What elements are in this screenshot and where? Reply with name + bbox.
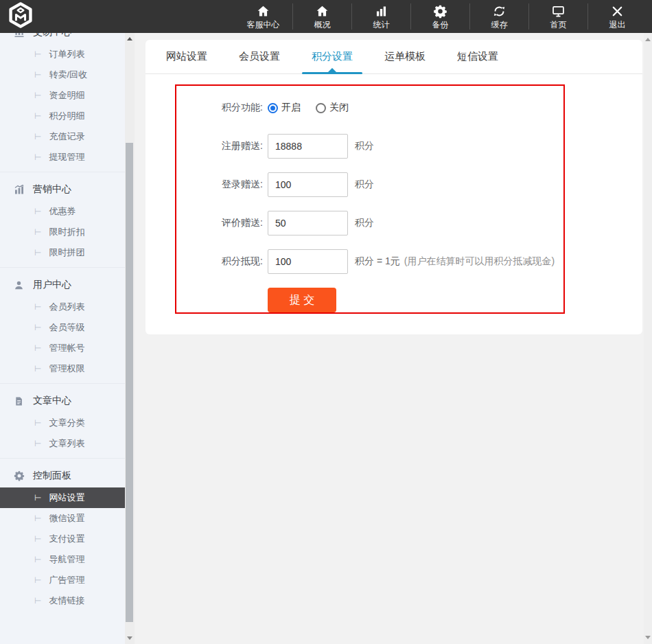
home-icon xyxy=(315,3,329,19)
radio-unchecked-icon xyxy=(316,103,326,113)
sidebar-section-article-header[interactable]: 文章中心 xyxy=(0,389,125,413)
field-note: (用户在结算时可以用积分抵减现金) xyxy=(404,255,555,268)
field-label: 积分功能: xyxy=(213,102,263,114)
points-enable-row: 积分功能: 开启 关闭 xyxy=(213,95,563,120)
sidebar-section-trade-header[interactable]: 交易中心 xyxy=(0,33,125,44)
branch-tick-icon: ⊢ xyxy=(34,152,41,162)
sidebar-item-member-list[interactable]: ⊢会员列表 xyxy=(0,297,125,317)
sidebar-section-marketing-header[interactable]: 营销中心 xyxy=(0,178,125,201)
topnav-service-center[interactable]: 客服中心 xyxy=(234,0,292,33)
sidebar-section-article: 文章中心 ⊢文章分类 ⊢文章列表 xyxy=(0,383,125,458)
sidebar-item-wechat-settings[interactable]: ⊢微信设置 xyxy=(0,508,125,529)
topnav-stats[interactable]: 统计 xyxy=(352,0,410,33)
topnav-home[interactable]: 首页 xyxy=(529,0,587,33)
topnav-label: 概况 xyxy=(314,20,331,30)
sidebar-item-article-list[interactable]: ⊢文章列表 xyxy=(0,433,125,454)
branch-tick-icon: ⊢ xyxy=(34,514,41,523)
bar-chart-icon xyxy=(374,3,388,19)
sidebar-scrollbar-thumb[interactable] xyxy=(126,143,133,622)
points-enable-radio-off[interactable]: 关闭 xyxy=(316,102,349,114)
topnav-logout[interactable]: 退出 xyxy=(588,0,647,33)
sidebar-section-title: 文章中心 xyxy=(33,395,71,407)
branch-tick-icon: ⊢ xyxy=(34,493,41,503)
submit-button[interactable]: 提 交 xyxy=(268,288,336,312)
branch-tick-icon: ⊢ xyxy=(34,343,41,353)
sidebar-item-member-level[interactable]: ⊢会员等级 xyxy=(0,317,125,338)
field-suffix: 积分 = 1元 xyxy=(355,255,400,268)
sidebar-item-fund-detail[interactable]: ⊢资金明细 xyxy=(0,85,125,106)
sidebar-item-ad-manage[interactable]: ⊢广告管理 xyxy=(0,570,125,590)
app-logo[interactable] xyxy=(0,0,48,33)
sidebar-item-recharge-records[interactable]: ⊢充值记录 xyxy=(0,126,125,147)
scroll-up-arrow-icon[interactable] xyxy=(645,38,651,41)
branch-tick-icon: ⊢ xyxy=(34,227,41,237)
login-gift-input[interactable] xyxy=(268,172,348,197)
branch-tick-icon: ⊢ xyxy=(34,248,41,257)
monitor-icon xyxy=(551,3,566,19)
points-settings-form: 积分功能: 开启 关闭 注册赠送: 积分 登录赠送: 积分 xyxy=(175,84,565,314)
topnav-overview[interactable]: 概况 xyxy=(293,0,351,33)
sidebar-item-flash-discount[interactable]: ⊢限时折扣 xyxy=(0,222,125,242)
branch-tick-icon: ⊢ xyxy=(34,555,41,564)
radio-checked-icon xyxy=(268,103,278,113)
sidebar-item-label: 广告管理 xyxy=(49,574,84,586)
sidebar-item-label: 会员等级 xyxy=(49,321,84,334)
sidebar-item-nav-manage[interactable]: ⊢导航管理 xyxy=(0,549,125,570)
gear-icon xyxy=(433,3,447,19)
bank-icon xyxy=(13,33,25,38)
sidebar-item-friend-links[interactable]: ⊢友情链接 xyxy=(0,590,125,611)
branch-tick-icon: ⊢ xyxy=(34,596,41,606)
sidebar-item-withdraw-manage[interactable]: ⊢提现管理 xyxy=(0,147,125,168)
branch-tick-icon: ⊢ xyxy=(34,418,41,428)
tab-member-settings[interactable]: 会员设置 xyxy=(229,40,290,73)
register-gift-input[interactable] xyxy=(268,134,348,159)
sidebar-item-article-category[interactable]: ⊢文章分类 xyxy=(0,413,125,433)
points-deduction-input[interactable] xyxy=(268,249,348,274)
tab-sms-settings[interactable]: 短信设置 xyxy=(447,40,508,73)
review-gift-input[interactable] xyxy=(268,211,348,235)
field-suffix: 积分 xyxy=(355,179,374,191)
page-scrollbar[interactable] xyxy=(644,33,652,644)
branch-tick-icon: ⊢ xyxy=(34,302,41,312)
sidebar-item-label: 会员列表 xyxy=(49,301,84,313)
sidebar-item-label: 限时折扣 xyxy=(49,226,84,238)
topnav-label: 退出 xyxy=(609,20,626,30)
points-enable-radio-on[interactable]: 开启 xyxy=(268,102,301,114)
topnav-label: 首页 xyxy=(550,20,567,30)
chart-up-icon xyxy=(13,184,25,196)
tab-waybill-template[interactable]: 运单模板 xyxy=(375,40,435,73)
sidebar-item-resell-recycle[interactable]: ⊢转卖/回收 xyxy=(0,65,125,85)
sidebar-item-admin-accounts[interactable]: ⊢管理帐号 xyxy=(0,338,125,358)
branch-tick-icon: ⊢ xyxy=(34,91,41,100)
scroll-down-arrow-icon[interactable] xyxy=(645,636,651,639)
tab-label: 会员设置 xyxy=(239,50,280,63)
scroll-up-arrow-icon[interactable] xyxy=(127,37,132,41)
sidebar-section-title: 用户中心 xyxy=(33,279,71,291)
sidebar-item-admin-permissions[interactable]: ⊢管理权限 xyxy=(0,358,125,379)
sidebar-item-payment-settings[interactable]: ⊢支付设置 xyxy=(0,529,125,549)
sidebar-section-user-header[interactable]: 用户中心 xyxy=(0,273,125,297)
topnav-cache[interactable]: 缓存 xyxy=(470,0,528,33)
sidebar-item-label: 友情链接 xyxy=(49,595,84,607)
topnav-label: 缓存 xyxy=(491,20,508,30)
review-gift-row: 评价赠送: 积分 xyxy=(213,211,563,235)
sidebar-item-coupons[interactable]: ⊢优惠券 xyxy=(0,201,125,222)
points-deduction-row: 积分抵现: 积分 = 1元 (用户在结算时可以用积分抵减现金) xyxy=(213,249,563,274)
sidebar-item-points-detail[interactable]: ⊢积分明细 xyxy=(0,106,125,126)
topbar: 客服中心 概况 统计 备份 缓存 xyxy=(0,0,652,33)
field-label: 评价赠送: xyxy=(213,217,263,229)
field-label: 注册赠送: xyxy=(213,140,263,152)
sidebar-section-title: 控制面板 xyxy=(33,470,71,482)
scroll-down-arrow-icon[interactable] xyxy=(127,636,132,640)
field-label: 登录赠送: xyxy=(213,179,263,191)
topnav-backup[interactable]: 备份 xyxy=(411,0,469,33)
sidebar-section-control-header[interactable]: 控制面板 xyxy=(0,464,125,487)
tab-site-settings[interactable]: 网站设置 xyxy=(156,40,217,73)
sidebar-item-site-settings[interactable]: ⊢网站设置 xyxy=(0,487,125,508)
sidebar-item-order-list[interactable]: ⊢订单列表 xyxy=(0,44,125,65)
sidebar-scrollbar[interactable] xyxy=(125,33,135,644)
submit-row: 提 交 xyxy=(268,288,563,312)
sidebar-item-label: 资金明细 xyxy=(49,89,84,102)
sidebar-item-group-buy[interactable]: ⊢限时拼团 xyxy=(0,242,125,263)
tab-points-settings[interactable]: 积分设置 xyxy=(302,40,362,73)
